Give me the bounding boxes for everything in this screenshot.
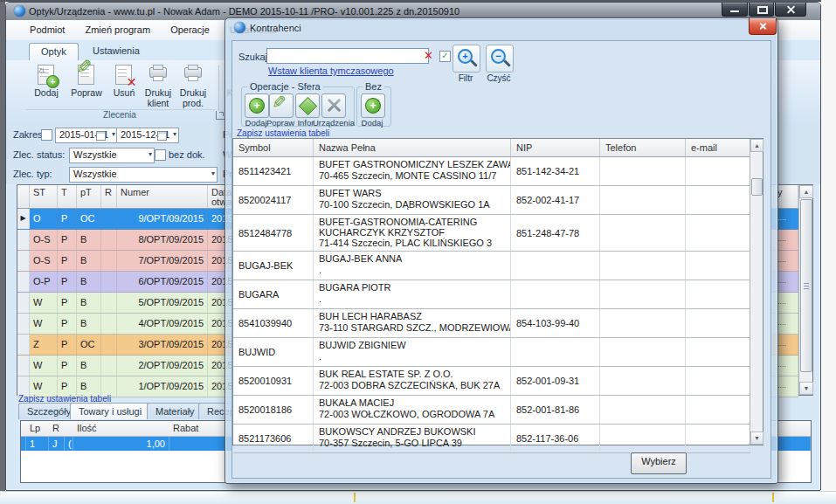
chevron-down-icon[interactable]: ▾ [149, 150, 152, 158]
ribbon-button-drukuj-prod[interactable]: Drukuj prod. [174, 64, 212, 108]
sfera-urzadzenia-button[interactable] [321, 93, 346, 118]
add-icon: + [365, 98, 381, 114]
sfera-urzadzenia-label: Urządzenia [313, 118, 355, 128]
contractors-header-row: Symbol Nazwa Pełna NIP Telefon e-mail [233, 139, 750, 157]
sfera-dodaj-button[interactable]: + [245, 93, 269, 118]
calendar-icon [96, 131, 106, 141]
header-nip[interactable]: NIP [511, 139, 600, 156]
scroll-up-icon[interactable]: ▲ [799, 185, 813, 198]
header-email[interactable]: e-mail [686, 139, 750, 156]
window-controls [721, 3, 806, 17]
header-lp[interactable]: Lp [26, 421, 49, 436]
contractor-row[interactable]: 8520018186 BUKAŁA MACIEJ72-003 WOŁCZKOWO… [233, 396, 750, 425]
header-st[interactable]: ST [30, 185, 58, 208]
bez-dok-checkbox[interactable] [155, 149, 166, 161]
sfera-group-label: Operacje - Sfera [247, 81, 323, 92]
orders-scrollbar[interactable]: ▲ ▼ [798, 185, 812, 395]
tab-materialy[interactable]: Materiały [147, 403, 204, 419]
header-nazwa-pelna[interactable]: Nazwa Pełna [314, 139, 511, 156]
bez-dok-label: bez dok. [169, 149, 205, 160]
maximize-button[interactable] [749, 3, 774, 17]
tab-optyk[interactable]: Optyk [29, 43, 79, 61]
filtr-label: Filtr [453, 73, 479, 83]
status-combobox[interactable]: Wszystkie ▾ [69, 148, 155, 163]
printer-icon [182, 64, 204, 86]
filtr-button[interactable]: + [453, 45, 480, 72]
czysc-label: Czyść [486, 73, 512, 83]
dialog-icon [234, 22, 245, 33]
window-title: Optyk/Urządzenia - www.tu.pl - Nowak Ada… [29, 6, 459, 17]
minimize-button[interactable] [722, 3, 748, 17]
scrollbar-thumb[interactable] [751, 178, 763, 196]
header-pt[interactable]: pT [77, 185, 101, 208]
chevron-down-icon[interactable]: ▾ [173, 130, 176, 138]
chevron-down-icon[interactable]: ▾ [211, 169, 215, 177]
tab-towary-i-uslugi[interactable]: Towary i usługi [70, 403, 150, 419]
bez-group-label: Bez [363, 81, 384, 92]
header-ilosc[interactable]: Ilość [73, 421, 169, 436]
menu-operacje[interactable]: Operacje [162, 20, 218, 40]
menu-zmien-program[interactable]: Zmień program [76, 20, 159, 40]
ribbon-button-dodaj[interactable]: ZL+ Dodaj [29, 64, 64, 98]
date-from-field[interactable]: 2015-01-01 ▾ [55, 128, 118, 143]
contractor-row[interactable]: BUJWID BUJWID ZBIGNIEW. [233, 338, 750, 367]
pencil-icon: ✎ [75, 64, 98, 86]
typ-combobox[interactable]: Wszystkie ▾ [69, 167, 218, 183]
contractor-row[interactable]: 8521173606 BUKOWSCY ANDRZEJ BUKOWSKI70-3… [233, 425, 750, 453]
date-to-field[interactable]: 2015-12-31 ▾ [116, 128, 179, 143]
chevron-down-icon[interactable]: ▾ [112, 130, 115, 138]
scroll-down-icon[interactable]: ▼ [750, 432, 763, 445]
row-marker-icon: ▶ [17, 209, 30, 229]
menu-podmiot[interactable]: Podmiot [21, 20, 73, 40]
contractor-row[interactable]: 8511423421 BUFET GASTRONOMICZNY LESZEK Z… [233, 157, 750, 186]
contractor-row[interactable]: 8520010931 BUK REAL ESTATE SP. Z O.O.72-… [233, 367, 750, 396]
desktop-artifact [772, 493, 774, 502]
header-t[interactable]: T [58, 185, 77, 208]
search-input[interactable] [266, 48, 429, 64]
save-table-settings-link[interactable]: Zapisz ustawienia tabeli [237, 128, 329, 138]
contractors-table: Symbol Nazwa Pełna NIP Telefon e-mail 85… [232, 138, 763, 445]
calendar-icon [157, 131, 167, 141]
desktop-bottom-strip [0, 491, 836, 504]
wybierz-button[interactable]: Wybierz [631, 452, 687, 474]
contractor-row[interactable]: 8512484778 BUFET-GASTRONOMIA-CATERING KU… [233, 215, 750, 252]
contractor-row[interactable]: 8541039940 BUH LECH HARABASZ73-110 STARG… [233, 309, 750, 338]
scroll-up-icon[interactable]: ▲ [750, 139, 763, 152]
ribbon-group-zlecenia: Zlecenia [25, 109, 214, 121]
bez-dodaj-button[interactable]: + [361, 93, 385, 118]
sfera-popraw-button[interactable]: ✎ [269, 93, 294, 118]
sfera-infor-button[interactable] [295, 93, 320, 118]
typ-label: Zlec. typ: [13, 169, 52, 179]
kontrahenci-dialog: Kontrahenci Szukaj: ✕ ✓ + Filtr − Czyść … [225, 17, 778, 484]
scroll-down-icon[interactable]: ▼ [799, 382, 813, 395]
scrollbar-thumb[interactable] [800, 199, 812, 372]
czysc-button[interactable]: − [486, 45, 514, 72]
search-option-checkbox[interactable]: ✓ [439, 51, 451, 62]
header-symbol[interactable]: Symbol [233, 139, 314, 156]
header-r[interactable]: R [101, 185, 117, 208]
search-label: Szukaj: [238, 52, 270, 62]
dialog-close-button[interactable] [749, 18, 777, 35]
bez-dodaj-label: Dodaj [355, 118, 390, 128]
tools-icon [326, 98, 342, 114]
group-launcher-icon[interactable] [216, 111, 225, 120]
clear-search-icon[interactable]: ✕ [424, 49, 433, 62]
header-r[interactable]: R [49, 421, 65, 436]
document-add-icon: ZL+ [35, 64, 58, 86]
contractor-row[interactable]: BUGARA BUGARA PIOTR. [233, 280, 750, 309]
header-numer[interactable]: Numer [117, 185, 208, 208]
ribbon-button-drukuj-klient[interactable]: Drukuj klient [139, 64, 177, 108]
ribbon-button-popraw[interactable]: ✎ Popraw [68, 64, 105, 98]
contractor-row[interactable]: BUGAJ-BEK BUGAJ-BEK ANNA. [233, 252, 750, 280]
temp-client-link[interactable]: Wstaw klienta tymczasowego [268, 66, 394, 76]
ribbon-separator [218, 66, 219, 111]
app-icon [14, 5, 25, 17]
pencil-icon: ✎ [272, 92, 287, 113]
printer-icon [147, 64, 169, 86]
ribbon-button-usun[interactable]: ✕ Usuń [107, 64, 141, 98]
contractor-row[interactable]: 8520024117 BUFET WARS70-100 Szczecin, DĄ… [233, 186, 750, 215]
close-button[interactable] [775, 3, 806, 17]
zakres-checkbox[interactable] [41, 129, 52, 141]
header-telefon[interactable]: Telefon [600, 139, 686, 156]
contractors-scrollbar[interactable]: ▲ ▼ [750, 139, 763, 445]
